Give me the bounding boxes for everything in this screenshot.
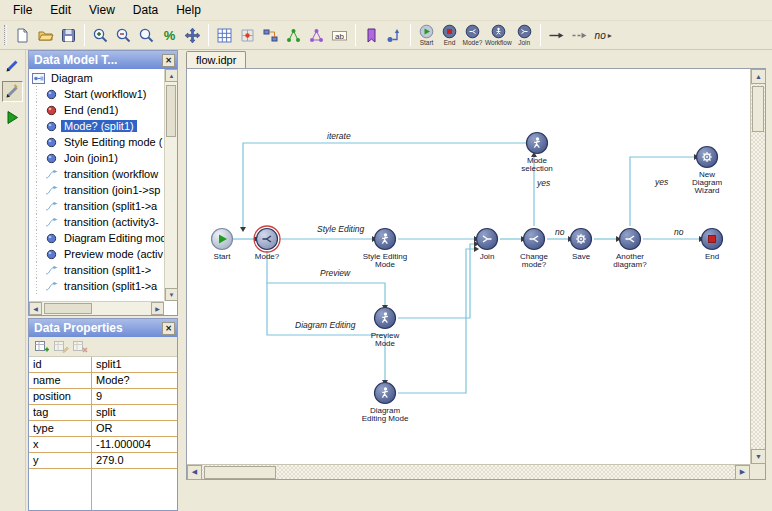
scroll-up-button[interactable]: ▲	[751, 69, 766, 84]
add-property-button[interactable]	[32, 338, 51, 356]
toolbar-palette-join-button[interactable]: Join	[514, 22, 535, 48]
tree-item[interactable]: transition (split1->a	[29, 278, 164, 294]
scroll-track[interactable]	[165, 82, 177, 288]
scroll-left-button[interactable]: ◀	[187, 465, 202, 480]
toolbar-layout-tree-purple-button[interactable]	[306, 22, 327, 48]
tree-item[interactable]: transition (workflow	[29, 166, 164, 182]
property-value[interactable]: split	[92, 405, 177, 420]
tab-flow-idpr[interactable]: flow.idpr	[186, 51, 246, 68]
toolbar-bookmark-button[interactable]	[361, 22, 382, 48]
toolbar-palette-start-button[interactable]: Start	[416, 22, 437, 48]
menu-help[interactable]: Help	[167, 0, 210, 20]
toolbar-connector-button[interactable]	[384, 22, 405, 48]
diagram-node-end[interactable]	[702, 229, 723, 250]
data-model-tree-titlebar[interactable]: Data Model T... ✕	[29, 51, 177, 69]
tree-item[interactable]: transition (split1->a	[29, 198, 164, 214]
menu-file[interactable]: File	[4, 0, 41, 20]
toolbar-pan-move-button[interactable]	[182, 22, 203, 48]
transition-edge[interactable]	[630, 157, 694, 226]
property-value[interactable]: OR	[92, 421, 177, 436]
toolbar-zoom-fit-button[interactable]	[136, 22, 157, 48]
toolbar-align-nodes-button[interactable]	[260, 22, 281, 48]
tree-item[interactable]: Style Editing mode (	[29, 134, 164, 150]
transition-edge[interactable]	[243, 143, 526, 227]
menu-data[interactable]: Data	[124, 0, 167, 20]
diagram-node-diagram-editing-mode[interactable]	[375, 383, 396, 404]
toolbar-grid-button[interactable]	[214, 22, 235, 48]
tree-item[interactable]: transition (activity3-	[29, 214, 164, 230]
diagram-node-change-mode[interactable]	[524, 229, 545, 250]
diagram-node-start[interactable]	[212, 229, 233, 250]
toolbar-label-ab-button[interactable]: ab	[329, 22, 350, 48]
diagram-node-new-diagram-wizard[interactable]	[697, 147, 718, 168]
toolbar-palette-activity-button[interactable]: Workflow	[485, 22, 512, 48]
toolbar-zoom-out-button[interactable]	[113, 22, 134, 48]
transition-edge[interactable]	[398, 249, 474, 393]
property-value[interactable]: -11.000004	[92, 437, 177, 452]
scroll-down-button[interactable]: ▼	[751, 449, 766, 464]
property-value[interactable]: split1	[92, 357, 177, 372]
tree-item[interactable]: Diagram Editing mod	[29, 230, 164, 246]
scroll-down-button[interactable]: ▼	[165, 288, 178, 301]
tree-item[interactable]: transition (split1->	[29, 262, 164, 278]
menu-edit[interactable]: Edit	[41, 0, 80, 20]
diagram-node-style-editing-mode[interactable]	[375, 229, 396, 250]
scroll-thumb[interactable]	[44, 303, 92, 314]
zoom-percent-icon: %	[161, 27, 178, 44]
scroll-track[interactable]	[751, 84, 765, 449]
scroll-right-button[interactable]: ▶	[151, 302, 164, 315]
scroll-right-button[interactable]: ▶	[735, 465, 750, 480]
toolbar-zoom-in-button[interactable]	[90, 22, 111, 48]
tree-vertical-scrollbar[interactable]: ▲ ▼	[164, 69, 177, 301]
diagram-node-join[interactable]	[477, 229, 498, 250]
toolbar-palette-split-button[interactable]: Mode?	[462, 22, 483, 48]
diagram-node-mode-selection[interactable]	[527, 133, 548, 154]
scroll-track[interactable]	[42, 302, 151, 315]
tree-item[interactable]: Mode? (split1)	[29, 118, 164, 134]
diagram-node-another-diagram[interactable]	[620, 229, 641, 250]
scroll-thumb[interactable]	[752, 86, 764, 132]
toolbar-new-document-button[interactable]	[12, 22, 33, 48]
scroll-left-button[interactable]: ◀	[29, 302, 42, 315]
canvas-horizontal-scrollbar[interactable]: ◀ ▶	[187, 464, 750, 479]
diagram-node-save[interactable]	[571, 229, 592, 250]
toolbar-save-floppy-button[interactable]	[58, 22, 79, 48]
toolbar-grip[interactable]	[4, 25, 7, 45]
toolbar-layout-tree-green-button[interactable]	[283, 22, 304, 48]
toolbar-open-folder-button[interactable]	[35, 22, 56, 48]
toolbar-item-label: End	[444, 39, 456, 46]
canvas-vertical-scrollbar[interactable]: ▲ ▼	[750, 69, 765, 464]
close-icon[interactable]: ✕	[162, 322, 175, 335]
tree-item[interactable]: transition (join1->sp	[29, 182, 164, 198]
tree-item[interactable]: End (end1)	[29, 102, 164, 118]
transition-edge[interactable]	[398, 244, 474, 318]
scroll-track[interactable]	[202, 465, 735, 480]
close-icon[interactable]: ✕	[162, 54, 175, 67]
toolbar-zoom-percent-button[interactable]: %	[159, 22, 180, 48]
tree-item[interactable]: Diagram	[29, 70, 164, 86]
toolbar-arrow-solid-button[interactable]	[546, 22, 567, 48]
transition-edge[interactable]	[267, 283, 385, 380]
side-pen-blue-button[interactable]	[2, 55, 23, 76]
toolbar-snap-grid-button[interactable]	[237, 22, 258, 48]
scroll-thumb[interactable]	[166, 85, 176, 137]
tree-item[interactable]: Preview mode (activ	[29, 246, 164, 262]
toolbar-palette-end-button[interactable]: End	[439, 22, 460, 48]
data-properties-titlebar[interactable]: Data Properties ✕	[29, 319, 177, 337]
property-value[interactable]: Mode?	[92, 373, 177, 388]
tree-horizontal-scrollbar[interactable]: ◀ ▶	[29, 301, 164, 315]
toolbar-arrow-dashed-button[interactable]	[569, 22, 590, 48]
workflow-diagram-canvas[interactable]: iterateStyle EditingPreviewDiagram Editi…	[187, 69, 750, 464]
scroll-thumb[interactable]	[204, 466, 276, 479]
tree-item[interactable]: Join (join1)	[29, 150, 164, 166]
menu-view[interactable]: View	[80, 0, 124, 20]
property-value[interactable]: 279.0	[92, 453, 177, 468]
side-pen-edit-button[interactable]	[2, 81, 23, 102]
side-run-play-button[interactable]	[2, 107, 23, 128]
scroll-up-button[interactable]: ▲	[165, 69, 178, 82]
diagram-node-preview-mode[interactable]	[375, 308, 396, 329]
toolbar-dropdown-no-button[interactable]: no▸	[592, 22, 615, 48]
diagram-node-mode[interactable]	[254, 226, 280, 252]
property-value[interactable]: 9	[92, 389, 177, 404]
tree-item[interactable]: Start (workflow1)	[29, 86, 164, 102]
